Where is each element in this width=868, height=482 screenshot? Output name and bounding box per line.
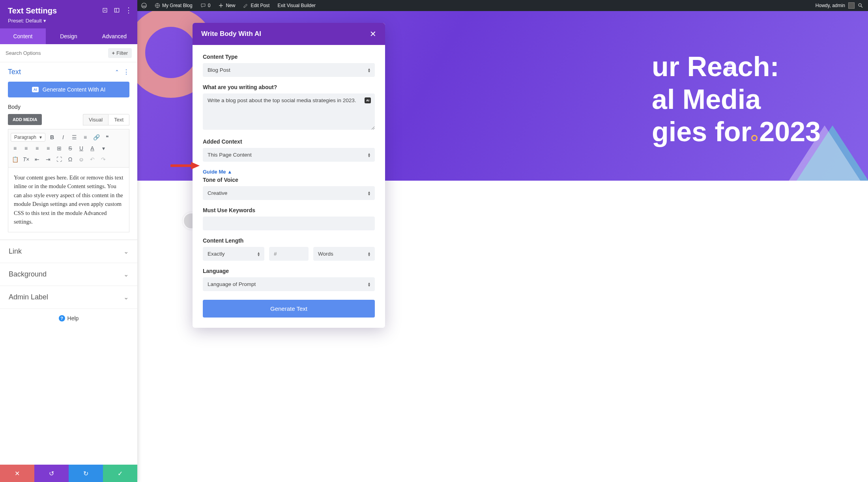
cancel-button[interactable]: ✕ [0, 465, 34, 482]
underline-icon[interactable]: U [77, 144, 86, 153]
preset-dropdown[interactable]: Preset: Default ▾ [8, 18, 129, 24]
undo-button[interactable]: ↺ [34, 465, 69, 482]
tab-advanced[interactable]: Advanced [92, 28, 137, 44]
section-link[interactable]: Link⌄ [0, 240, 137, 263]
annotation-arrow [170, 161, 200, 172]
align-right-icon[interactable]: ≡ [33, 144, 41, 153]
align-left-icon[interactable]: ≡ [11, 144, 19, 153]
keywords-label: Must Use Keywords [203, 207, 375, 213]
length-number-input[interactable] [269, 247, 309, 261]
section-more-icon[interactable]: ⋮ [123, 68, 129, 76]
wp-admin-bar: My Great Blog 0 New Edit Post Exit Visua… [137, 0, 868, 11]
indent-icon[interactable]: ⇤ [33, 155, 41, 164]
outdent-icon[interactable]: ⇥ [44, 155, 52, 164]
more2-icon[interactable]: ▾ [99, 144, 108, 153]
svg-point-4 [105, 10, 106, 11]
wp-logo[interactable] [137, 0, 151, 11]
about-textarea[interactable] [203, 93, 375, 130]
link-icon[interactable]: 🔗 [92, 133, 101, 142]
triangle-up-icon: ▴ [228, 169, 231, 175]
format-select[interactable]: Paragraph▾ [11, 133, 45, 142]
sidebar-tabs: Content Design Advanced [0, 28, 137, 44]
add-media-button[interactable]: ADD MEDIA [8, 114, 42, 125]
expand-icon[interactable] [102, 7, 108, 13]
comments[interactable]: 0 [196, 0, 215, 11]
hero-title-line: ur Reach: [652, 50, 821, 83]
more-icon[interactable]: ⋮ [125, 7, 132, 13]
ol-icon[interactable]: ≡ [81, 133, 90, 142]
modal-title: Write Body With AI [201, 30, 370, 38]
layout-icon[interactable] [114, 7, 120, 13]
sidebar-footer: ✕ ↺ ↻ ✓ [0, 465, 137, 482]
content-type-label: Content Type [203, 54, 375, 60]
content-editor[interactable]: Your content goes here. Edit or remove t… [8, 167, 129, 232]
exit-visual-builder[interactable]: Exit Visual Builder [273, 0, 320, 11]
emoji-icon[interactable]: ☺ [77, 155, 86, 164]
length-unit-select[interactable]: Words▴▾ [313, 247, 375, 261]
about-label: What are you writing about? [203, 84, 375, 90]
char-icon[interactable]: Ω [66, 155, 75, 164]
ul-icon[interactable]: ☰ [70, 133, 79, 142]
close-icon[interactable]: ✕ [370, 29, 376, 39]
svg-point-2 [859, 4, 861, 6]
hero-title-line: gies for 2023 [652, 116, 821, 148]
italic-icon[interactable]: I [59, 133, 67, 142]
quote-icon[interactable]: ❝ [103, 133, 112, 142]
context-label: Added Context [203, 138, 375, 145]
length-label: Content Length [203, 237, 375, 244]
help-link[interactable]: ?Help [0, 308, 137, 328]
chevron-up-icon: ⌃ [115, 69, 119, 75]
paste-icon[interactable]: 📋 [11, 155, 19, 164]
align-justify-icon[interactable]: ≡ [44, 144, 52, 153]
bold-icon[interactable]: B [48, 133, 56, 142]
length-mode-select[interactable]: Exactly▴▾ [203, 247, 264, 261]
updown-icon: ▴▾ [258, 252, 260, 256]
avatar[interactable] [848, 2, 855, 9]
editor-tab-visual[interactable]: Visual [83, 114, 108, 125]
section-text-header[interactable]: Text ⌃ ⋮ [0, 62, 137, 82]
howdy[interactable]: Howdy, admin [816, 3, 845, 8]
tone-select[interactable]: Creative▴▾ [203, 186, 375, 200]
updown-icon: ▴▾ [368, 191, 370, 196]
align-center-icon[interactable]: ≡ [22, 144, 30, 153]
generate-content-ai-button[interactable]: AI Generate Content With AI [8, 82, 129, 97]
fullscreen-icon[interactable]: ⛶ [55, 155, 64, 164]
generate-text-button[interactable]: Generate Text [203, 300, 375, 318]
section-admin-label[interactable]: Admin Label⌄ [0, 286, 137, 308]
editor-toolbar: Paragraph▾ B I ☰ ≡ 🔗 ❝ ≡ ≡ ≡ ≡ ⊞ S U A [8, 129, 129, 167]
undo-icon[interactable]: ↶ [88, 155, 97, 164]
save-button[interactable]: ✓ [103, 465, 137, 482]
language-label: Language [203, 268, 375, 274]
edit-post[interactable]: Edit Post [239, 0, 273, 11]
editor-tab-text[interactable]: Text [108, 114, 129, 125]
redo-icon[interactable]: ↷ [99, 155, 108, 164]
content-type-select[interactable]: Blog Post▴▾ [203, 63, 375, 77]
filter-button[interactable]: +Filter [108, 48, 132, 58]
help-icon: ? [59, 315, 65, 321]
table-icon[interactable]: ⊞ [55, 144, 64, 153]
tab-design[interactable]: Design [46, 28, 92, 44]
search-icon[interactable] [858, 3, 863, 8]
ai-modal: Write Body With AI ✕ Content Type Blog P… [193, 23, 385, 328]
clear-icon[interactable]: T× [22, 155, 30, 164]
tone-label: Tone of Voice [203, 177, 375, 183]
updown-icon: ▴▾ [368, 252, 370, 256]
context-select[interactable]: This Page Content▴▾ [203, 148, 375, 162]
chevron-down-icon: ⌄ [123, 293, 129, 301]
ai-icon[interactable]: AI [365, 97, 371, 103]
site-name[interactable]: My Great Blog [151, 0, 196, 11]
new[interactable]: New [214, 0, 239, 11]
redo-button[interactable]: ↻ [69, 465, 103, 482]
section-background[interactable]: Background⌄ [0, 263, 137, 286]
keywords-input[interactable] [203, 217, 375, 230]
svg-rect-5 [114, 8, 119, 12]
body-label: Body [8, 104, 129, 110]
color-icon[interactable]: A [88, 144, 97, 153]
strike-icon[interactable]: S [66, 144, 75, 153]
chevron-down-icon: ⌄ [123, 271, 129, 278]
tab-content[interactable]: Content [0, 28, 46, 44]
search-input[interactable] [6, 50, 105, 56]
ai-badge-icon: AI [32, 87, 39, 92]
language-select[interactable]: Language of Prompt▴▾ [203, 277, 375, 291]
guide-me-toggle[interactable]: Guide Me▴ [203, 169, 231, 175]
